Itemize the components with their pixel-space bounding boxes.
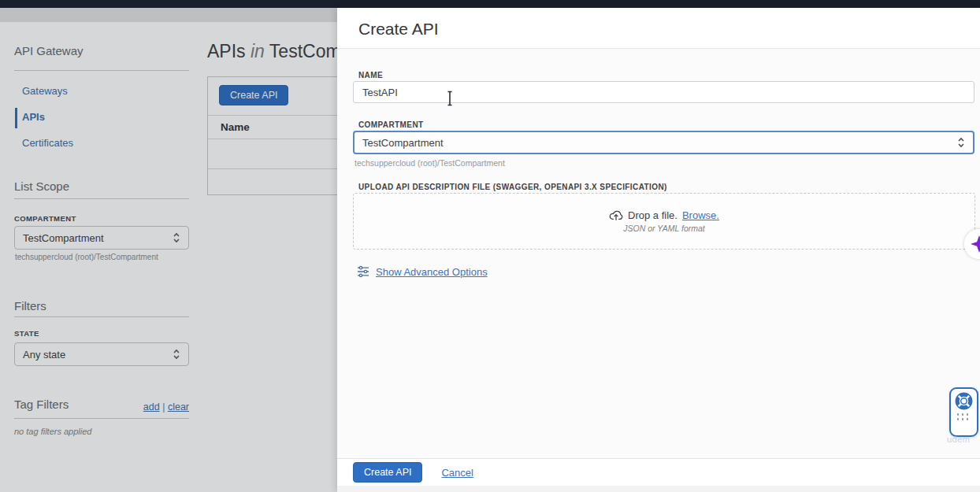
chevron-updown-icon [957, 137, 965, 148]
compartment-select-value: TestCompartment [362, 137, 957, 149]
name-label: NAME [358, 71, 383, 80]
sliders-icon [357, 265, 369, 278]
browse-link[interactable]: Browse. [682, 209, 719, 221]
advanced-options-row: Show Advanced Options [357, 265, 488, 278]
drop-a-file-text: Drop a file. [628, 209, 677, 221]
drag-dots-icon [957, 413, 971, 423]
upload-file-label: UPLOAD API DESCRIPTION FILE (SWAGGER, OP… [358, 183, 667, 191]
cancel-link[interactable]: Cancel [441, 467, 473, 479]
format-hint-text: JSON or YAML format [623, 224, 704, 233]
lifebuoy-icon [954, 391, 974, 411]
dropzone-text: Drop a file. Browse. [609, 209, 719, 221]
show-advanced-options-link[interactable]: Show Advanced Options [376, 266, 488, 278]
compartment-select[interactable]: TestCompartment [353, 131, 974, 154]
panel-title: Create API [358, 20, 439, 39]
cloud-upload-icon [609, 209, 623, 221]
i-beam-cursor-icon [446, 91, 454, 106]
four-point-star-cursor-icon [971, 235, 980, 253]
create-api-panel: Create API NAME COMPARTMENT TestCompartm… [337, 8, 980, 492]
screen: API Gateway Gateways APIs Certificates L… [0, 0, 980, 492]
create-api-submit-button[interactable]: Create API [353, 462, 422, 483]
file-dropzone[interactable]: Drop a file. Browse. JSON or YAML format [353, 193, 975, 250]
compartment-label: COMPARTMENT [358, 120, 424, 129]
help-widget-button[interactable] [949, 387, 978, 437]
panel-header: Create API [337, 8, 980, 49]
compartment-helper-text: techsuppercloud (root)/TestCompartment [355, 158, 505, 168]
panel-body: NAME COMPARTMENT TestCompartment techsup… [337, 49, 980, 458]
recording-watermark: udem [947, 435, 971, 444]
panel-bottom-strip [337, 486, 980, 492]
panel-footer: Create API Cancel [337, 458, 980, 486]
